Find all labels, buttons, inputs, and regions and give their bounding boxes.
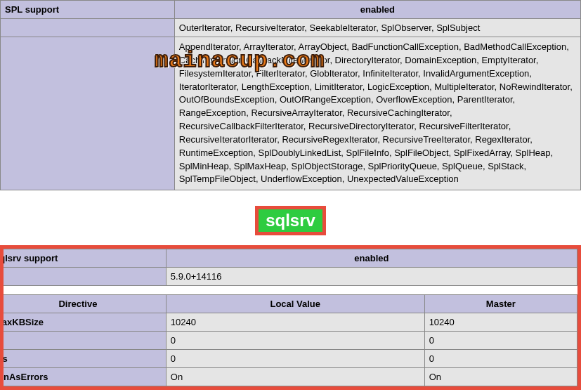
spl-interfaces-label — [1, 19, 175, 37]
sqlsrv-support-table: sqlsrv support enabled 5.9.0+14116 — [0, 249, 577, 286]
directive-master: 0 — [424, 350, 577, 368]
spl-support-label: SPL support — [1, 1, 175, 19]
directive-master: On — [424, 368, 577, 386]
sqlsrv-version-value: 5.9.0+14116 — [166, 268, 577, 286]
directive-name: ms — [0, 350, 166, 368]
sqlsrv-title: sqlsrv — [259, 209, 322, 232]
spl-interfaces-value: OuterIterator, RecursiveIterator, Seekab… — [174, 19, 580, 37]
master-value-col-header: Master — [424, 295, 577, 313]
directive-master: 0 — [424, 332, 577, 350]
directive-name — [0, 332, 166, 350]
sqlsrv-directives-table: Directive Local Value Master MaxKBSize 1… — [0, 294, 577, 386]
directive-name: urnAsErrors — [0, 368, 166, 386]
sqlsrv-support-status: enabled — [166, 249, 577, 268]
directive-local: On — [166, 368, 424, 386]
sqlsrv-highlight-box: sqlsrv support enabled 5.9.0+14116 Direc… — [0, 245, 581, 390]
table-row: urnAsErrors On On — [0, 368, 577, 386]
directive-master: 10240 — [424, 313, 577, 332]
sqlsrv-section-title-wrapper: sqlsrv — [0, 206, 581, 235]
directive-local: 0 — [166, 332, 424, 350]
local-value-col-header: Local Value — [166, 295, 424, 313]
sqlsrv-version-label — [0, 268, 166, 286]
directive-local: 0 — [166, 350, 424, 368]
table-row: ms 0 0 — [0, 350, 577, 368]
spl-support-status: enabled — [174, 1, 580, 19]
spl-classes-value: AppendIterator, ArrayIterator, ArrayObje… — [174, 37, 580, 190]
directive-col-header: Directive — [0, 295, 166, 313]
spl-classes-label — [1, 37, 175, 190]
sqlsrv-support-label: sqlsrv support — [0, 249, 166, 268]
directive-name: MaxKBSize — [0, 313, 166, 332]
table-row: 0 0 — [0, 332, 577, 350]
table-row: MaxKBSize 10240 10240 — [0, 313, 577, 332]
spl-table: SPL support enabled OuterIterator, Recur… — [0, 0, 581, 190]
sqlsrv-title-highlight: sqlsrv — [255, 206, 326, 235]
directive-local: 10240 — [166, 313, 424, 332]
